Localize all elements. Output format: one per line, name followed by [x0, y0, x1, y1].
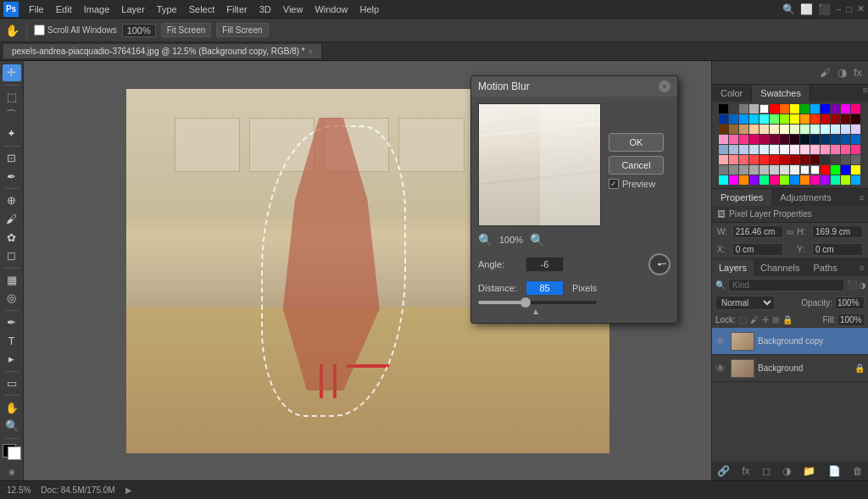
layer-item-background-copy[interactable]: 👁 Background copy — [712, 328, 868, 355]
layer-item-background[interactable]: 👁 Background 🔒 — [712, 355, 868, 382]
delete-layer-btn[interactable]: 🗑 — [853, 465, 863, 477]
swatch-blue[interactable] — [821, 104, 830, 114]
channels-tab[interactable]: Channels — [754, 259, 806, 276]
hand-tool-icon[interactable]: ✋ — [5, 24, 19, 37]
layers-tab[interactable]: Layers — [712, 259, 754, 276]
fill-input[interactable] — [837, 313, 865, 326]
menu-3d[interactable]: 3D — [254, 3, 276, 16]
swatch-yellow[interactable] — [790, 104, 799, 114]
layer-eye-icon-2[interactable]: 👁 — [715, 363, 727, 374]
swatch-green[interactable] — [800, 104, 810, 114]
scroll-all-checkbox[interactable] — [34, 25, 45, 36]
background-color[interactable] — [8, 446, 21, 460]
w-value[interactable] — [732, 225, 783, 238]
cancel-button[interactable]: Cancel — [609, 156, 664, 175]
arrow-icon[interactable]: ▶ — [125, 485, 132, 495]
swatch-pink[interactable] — [851, 104, 860, 114]
swatch-magenta[interactable] — [841, 104, 850, 114]
path-select-tool[interactable]: ▸ — [3, 351, 21, 368]
brush-preset-icon[interactable]: 🖌 — [817, 64, 833, 80]
lock-artboard-icon[interactable]: ⊞ — [772, 315, 779, 324]
pixel-filter-icon[interactable]: ⬛ — [847, 280, 857, 290]
styles-icon[interactable]: fx — [851, 64, 865, 80]
pen-tool[interactable]: ✒ — [3, 314, 21, 331]
lock-brush-icon[interactable]: 🖌 — [750, 315, 759, 324]
layer-eye-icon-1[interactable]: 👁 — [715, 335, 727, 347]
zoom-input[interactable]: 100% — [122, 24, 156, 37]
paths-tab[interactable]: Paths — [807, 259, 844, 276]
menu-type[interactable]: Type — [152, 3, 182, 16]
preview-checkbox[interactable]: ✓ — [609, 179, 619, 189]
lock-position-icon[interactable]: ✛ — [762, 315, 769, 324]
y-value[interactable] — [812, 243, 863, 256]
layers-kind-input[interactable] — [728, 279, 844, 291]
angle-input[interactable] — [526, 257, 564, 272]
link-icon[interactable]: ∞ — [787, 226, 794, 238]
eyedropper-tool[interactable]: ✒ — [3, 168, 21, 185]
menu-select[interactable]: Select — [184, 3, 220, 16]
opacity-input[interactable] — [835, 297, 865, 309]
maximize-btn[interactable]: □ — [846, 4, 852, 14]
properties-tab[interactable]: Properties — [712, 189, 771, 206]
select-tool[interactable]: ⬚ — [3, 89, 21, 106]
zoom-out-button[interactable]: 🔍 — [478, 233, 492, 247]
swatch-red[interactable] — [770, 104, 779, 114]
tab-close-button[interactable]: × — [309, 47, 313, 56]
adj-filter-icon[interactable]: ◑ — [859, 280, 866, 290]
blend-mode-select[interactable]: Normal Multiply Screen Overlay — [715, 296, 775, 310]
zoom-in-button[interactable]: 🔍 — [530, 233, 544, 247]
add-style-btn[interactable]: fx — [742, 465, 749, 477]
swatch-orange[interactable] — [780, 104, 789, 114]
link-layers-btn[interactable]: 🔗 — [717, 465, 730, 477]
menu-filter[interactable]: Filter — [221, 3, 252, 16]
spot-heal-tool[interactable]: ⊕ — [3, 192, 21, 209]
lasso-tool[interactable]: ⌒ — [3, 107, 21, 124]
swatch-black[interactable] — [719, 104, 728, 114]
eraser-tool[interactable]: ◻ — [3, 247, 21, 264]
menu-edit[interactable]: Edit — [51, 3, 77, 16]
menu-layer[interactable]: Layer — [116, 3, 150, 16]
crop-tool[interactable]: ⊡ — [3, 150, 21, 167]
menu-image[interactable]: Image — [79, 3, 115, 16]
panel-collapse-icon[interactable]: ≡ — [863, 85, 868, 102]
swatch-white[interactable] — [760, 104, 769, 114]
hand-tool[interactable]: ✋ — [3, 399, 21, 416]
ok-button[interactable]: OK — [609, 133, 664, 152]
fill-screen-button[interactable]: Fill Screen — [216, 23, 268, 37]
search-icon[interactable]: 🔍 — [782, 3, 795, 15]
swatch-purple[interactable] — [831, 104, 840, 114]
swatches-tab[interactable]: Swatches — [752, 85, 810, 102]
arrange-icon[interactable]: ⬛ — [818, 3, 831, 15]
menu-window[interactable]: Window — [309, 3, 353, 16]
swatch-cyan[interactable] — [810, 104, 820, 114]
quick-mask-icon[interactable]: ◉ — [8, 468, 15, 476]
distance-input[interactable] — [526, 280, 564, 296]
slider-thumb[interactable] — [520, 297, 531, 308]
brush-tool[interactable]: 🖌 — [3, 210, 21, 227]
menu-help[interactable]: Help — [355, 3, 385, 16]
color-tab[interactable]: Color — [712, 85, 752, 102]
lock-all-icon[interactable]: 🔒 — [782, 315, 793, 324]
workspace-icon[interactable]: ⬜ — [800, 3, 813, 15]
clone-stamp-tool[interactable]: ✿ — [3, 229, 21, 246]
props-panel-collapse[interactable]: ≡ — [856, 189, 868, 206]
shape-tool[interactable]: ▭ — [3, 375, 21, 392]
angle-wheel[interactable] — [648, 253, 670, 275]
swatch-d1[interactable] — [729, 104, 738, 114]
lock-transparent-icon[interactable]: ⬚ — [739, 315, 747, 324]
move-tool[interactable]: ✛ — [3, 64, 21, 81]
close-btn[interactable]: ✕ — [857, 3, 865, 14]
menu-file[interactable]: File — [24, 3, 49, 16]
h-value[interactable] — [812, 225, 863, 238]
layers-panel-collapse[interactable]: ≡ — [856, 259, 868, 276]
new-layer-btn[interactable]: 📄 — [828, 465, 841, 477]
swatch-d2[interactable] — [739, 104, 748, 114]
zoom-tool[interactable]: 🔍 — [3, 418, 21, 435]
text-tool[interactable]: T — [3, 332, 21, 349]
new-fill-btn[interactable]: ◑ — [782, 465, 791, 477]
dialog-close-button[interactable]: × — [659, 80, 670, 92]
gradient-tool[interactable]: ▦ — [3, 271, 21, 288]
new-group-btn[interactable]: 📁 — [803, 465, 815, 477]
fit-screen-button[interactable]: Fit Screen — [161, 23, 212, 37]
document-tab[interactable]: pexels-andrea-piacquadio-3764164.jpg @ 1… — [3, 44, 322, 58]
